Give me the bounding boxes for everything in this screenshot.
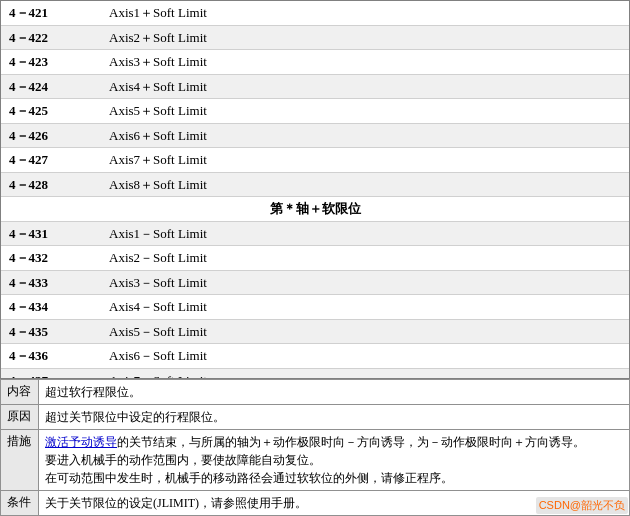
table-row: 4－432Axis2－Soft Limit <box>1 246 629 271</box>
table-row: 4－434Axis4－Soft Limit <box>1 295 629 320</box>
table-row: 4－431Axis1－Soft Limit <box>1 221 629 246</box>
row-code: 4－432 <box>1 246 101 271</box>
row-code: 4－426 <box>1 123 101 148</box>
content-value: 超过软行程限位。 <box>39 380 630 405</box>
section-header: 第＊轴＋软限位 <box>1 197 629 222</box>
table-row: 4－427Axis7＋Soft Limit <box>1 148 629 173</box>
row-code: 4－431 <box>1 221 101 246</box>
info-row-content: 内容 超过软行程限位。 <box>1 380 630 405</box>
row-code: 4－427 <box>1 148 101 173</box>
row-desc: Axis4＋Soft Limit <box>101 74 629 99</box>
content-label: 内容 <box>1 380 39 405</box>
condition-label: 条件 <box>1 491 39 516</box>
row-desc: Axis3－Soft Limit <box>101 270 629 295</box>
row-code: 4－433 <box>1 270 101 295</box>
table-row: 4－424Axis4＋Soft Limit <box>1 74 629 99</box>
table-row: 4－421Axis1＋Soft Limit <box>1 1 629 25</box>
row-code: 4－434 <box>1 295 101 320</box>
row-desc: Axis7＋Soft Limit <box>101 148 629 173</box>
row-desc: Axis1－Soft Limit <box>101 221 629 246</box>
row-desc: Axis5－Soft Limit <box>101 319 629 344</box>
row-code: 4－422 <box>1 25 101 50</box>
watermark: CSDN@韶光不负 <box>536 497 628 514</box>
info-row-action: 措施 激活予动诱导的关节结束，与所属的轴为＋动作极限时向－方向诱导，为－动作极限… <box>1 430 630 491</box>
row-code: 4－435 <box>1 319 101 344</box>
table-row: 4－433Axis3－Soft Limit <box>1 270 629 295</box>
table-row: 4－426Axis6＋Soft Limit <box>1 123 629 148</box>
table-row: 4－437Axis7－Soft Limit <box>1 368 629 379</box>
row-desc: Axis4－Soft Limit <box>101 295 629 320</box>
row-code: 4－423 <box>1 50 101 75</box>
action-label: 措施 <box>1 430 39 491</box>
row-code: 4－425 <box>1 99 101 124</box>
row-desc: Axis5＋Soft Limit <box>101 99 629 124</box>
row-code: 4－424 <box>1 74 101 99</box>
action-value: 激活予动诱导的关节结束，与所属的轴为＋动作极限时向－方向诱导，为－动作极限时向＋… <box>39 430 630 491</box>
table-row: 第＊轴＋软限位 <box>1 197 629 222</box>
row-desc: Axis2＋Soft Limit <box>101 25 629 50</box>
main-container: 4－421Axis1＋Soft Limit4－422Axis2＋Soft Lim… <box>0 0 630 516</box>
info-table: 内容 超过软行程限位。 原因 超过关节限位中设定的行程限位。 措施 激活予动诱导… <box>0 379 630 516</box>
row-desc: Axis3＋Soft Limit <box>101 50 629 75</box>
table-row: 4－422Axis2＋Soft Limit <box>1 25 629 50</box>
row-desc: Axis6＋Soft Limit <box>101 123 629 148</box>
table-row: 4－425Axis5＋Soft Limit <box>1 99 629 124</box>
row-desc: Axis2－Soft Limit <box>101 246 629 271</box>
reason-value: 超过关节限位中设定的行程限位。 <box>39 405 630 430</box>
row-code: 4－428 <box>1 172 101 197</box>
row-desc: Axis7－Soft Limit <box>101 368 629 379</box>
row-code: 4－437 <box>1 368 101 379</box>
row-desc: Axis8＋Soft Limit <box>101 172 629 197</box>
table-row: 4－423Axis3＋Soft Limit <box>1 50 629 75</box>
row-code: 4－436 <box>1 344 101 369</box>
row-code: 4－421 <box>1 1 101 25</box>
info-row-reason: 原因 超过关节限位中设定的行程限位。 <box>1 405 630 430</box>
table-row: 4－428Axis8＋Soft Limit <box>1 172 629 197</box>
table-row: 4－435Axis5－Soft Limit <box>1 319 629 344</box>
action-link[interactable]: 激活予动诱导 <box>45 435 117 449</box>
row-desc: Axis1＋Soft Limit <box>101 1 629 25</box>
data-table: 4－421Axis1＋Soft Limit4－422Axis2＋Soft Lim… <box>1 1 629 379</box>
row-desc: Axis6－Soft Limit <box>101 344 629 369</box>
table-row: 4－436Axis6－Soft Limit <box>1 344 629 369</box>
table-area: 4－421Axis1＋Soft Limit4－422Axis2＋Soft Lim… <box>0 0 630 379</box>
reason-label: 原因 <box>1 405 39 430</box>
